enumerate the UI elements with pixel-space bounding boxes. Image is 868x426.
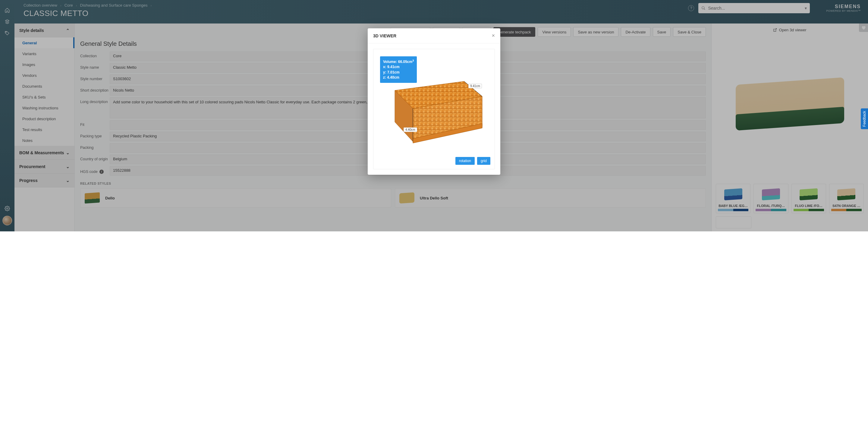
dimension-x-label: 9.41cm (468, 84, 482, 88)
3d-viewer-canvas[interactable]: Volume: 66.05cm3 x: 9.41cm y: 7.01cm z: … (373, 49, 495, 169)
grid-button[interactable]: grid (477, 157, 490, 165)
modal-backdrop[interactable]: 3D VIEWER × Volume: 66.05cm3 x: 9.41cm y… (0, 0, 868, 231)
close-button[interactable]: × (492, 33, 495, 39)
feedback-tab[interactable]: Feedback (861, 108, 868, 129)
modal-title: 3D VIEWER (373, 33, 396, 38)
rotation-button[interactable]: rotation (456, 157, 475, 165)
dimension-z-label: 4.40cm (404, 127, 417, 132)
3d-viewer-modal: 3D VIEWER × Volume: 66.05cm3 x: 9.41cm y… (368, 28, 500, 175)
